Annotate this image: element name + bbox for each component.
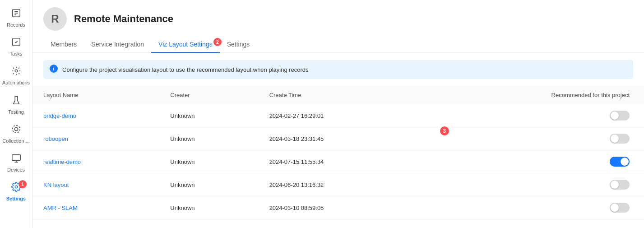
tab-members[interactable]: Members xyxy=(43,36,84,52)
sidebar-item-settings-label: Settings xyxy=(6,196,26,202)
table-row: AMR - SLAMUnknown2024-03-10 08:59:05 xyxy=(32,196,644,219)
tabs-bar: Members Service Integration Viz Layout S… xyxy=(32,36,644,53)
layout-name-link[interactable]: roboopen xyxy=(43,135,68,142)
main-content: R Remote Maintenance Members Service Int… xyxy=(32,0,644,228)
recommended-cell xyxy=(422,173,644,196)
recommended-toggle[interactable] xyxy=(610,180,630,190)
sidebar-item-tasks-label: Tasks xyxy=(9,51,22,57)
collection-icon xyxy=(11,124,21,136)
create-time-cell: 2024-03-10 08:59:05 xyxy=(259,196,422,219)
col-layout-name: Layout Name xyxy=(32,86,159,104)
sidebar-item-automations-label: Automations xyxy=(2,80,30,86)
table-row: bridge-demoUnknown2024-02-27 16:29:01 xyxy=(32,104,644,127)
recommended-cell xyxy=(422,150,644,173)
records-icon xyxy=(11,8,21,20)
svg-point-5 xyxy=(15,70,18,73)
settings-badge: 1 xyxy=(19,180,27,188)
tab-viz-layout-settings[interactable]: Viz Layout Settings 2 xyxy=(151,36,220,52)
sidebar-item-testing[interactable]: Testing xyxy=(0,91,32,120)
layouts-table: Layout Name Creater Create Time Recommen… xyxy=(32,86,644,219)
recommended-toggle[interactable] xyxy=(610,203,630,213)
svg-rect-8 xyxy=(12,155,20,161)
sidebar-item-devices[interactable]: Devices xyxy=(0,149,32,177)
recommended-cell: 3 xyxy=(422,127,644,150)
layout-name-link[interactable]: realtime-demo xyxy=(43,158,81,165)
layout-name-link[interactable]: AMR - SLAM xyxy=(43,205,78,211)
col-recommended: Recommended for this project xyxy=(422,86,644,104)
testing-icon xyxy=(11,95,21,107)
create-time-cell: 2024-03-18 23:31:45 xyxy=(259,127,422,150)
automations-icon xyxy=(11,66,21,78)
sidebar-item-records[interactable]: Records xyxy=(0,4,32,33)
devices-icon xyxy=(11,153,21,165)
tab-viz-layout-label: Viz Layout Settings xyxy=(158,41,213,48)
sidebar: Records Tasks Automations Testing xyxy=(0,0,32,228)
info-banner: i Configure the project visualisation la… xyxy=(43,60,633,79)
project-header: R Remote Maintenance xyxy=(32,0,644,31)
sidebar-item-testing-label: Testing xyxy=(8,109,24,115)
creater-cell: Unknown xyxy=(159,196,258,219)
sidebar-item-collection-label: Collection ... xyxy=(2,138,30,144)
tasks-icon xyxy=(11,37,21,49)
sidebar-item-settings[interactable]: 1 Settings xyxy=(0,177,32,206)
layouts-table-container: Layout Name Creater Create Time Recommen… xyxy=(32,86,644,228)
project-title: Remote Maintenance xyxy=(74,13,173,25)
tab-settings[interactable]: Settings xyxy=(220,36,257,52)
info-banner-text: Configure the project visualisation layo… xyxy=(62,66,309,73)
sidebar-item-records-label: Records xyxy=(7,22,25,28)
sidebar-item-devices-label: Devices xyxy=(7,167,25,173)
creater-cell: Unknown xyxy=(159,150,258,173)
toggle-badge: 3 xyxy=(440,126,449,135)
project-avatar: R xyxy=(43,7,67,31)
creater-cell: Unknown xyxy=(159,173,258,196)
creater-cell: Unknown xyxy=(159,104,258,127)
table-header-row: Layout Name Creater Create Time Recommen… xyxy=(32,86,644,104)
svg-point-11 xyxy=(15,186,18,188)
table-row: KN layoutUnknown2024-06-20 13:16:32 xyxy=(32,173,644,196)
col-create-time: Create Time xyxy=(259,86,422,104)
create-time-cell: 2024-07-15 11:55:34 xyxy=(259,150,422,173)
sidebar-item-collection[interactable]: Collection ... xyxy=(0,120,32,149)
recommended-cell xyxy=(422,196,644,219)
recommended-cell xyxy=(422,104,644,127)
table-row: roboopenUnknown2024-03-18 23:31:453 xyxy=(32,127,644,150)
layout-name-link[interactable]: bridge-demo xyxy=(43,112,76,119)
tab-service-integration[interactable]: Service Integration xyxy=(84,36,151,52)
sidebar-item-automations[interactable]: Automations xyxy=(0,61,32,90)
layout-name-link[interactable]: KN layout xyxy=(43,181,69,188)
recommended-toggle[interactable] xyxy=(610,157,630,167)
svg-point-7 xyxy=(12,126,20,133)
svg-text:i: i xyxy=(53,66,55,71)
col-creater: Creater xyxy=(159,86,258,104)
sidebar-item-tasks[interactable]: Tasks xyxy=(0,33,32,61)
recommended-toggle[interactable] xyxy=(610,134,630,144)
recommended-toggle[interactable] xyxy=(610,111,630,121)
svg-point-6 xyxy=(14,127,18,130)
creater-cell: Unknown xyxy=(159,127,258,150)
create-time-cell: 2024-06-20 13:16:32 xyxy=(259,173,422,196)
create-time-cell: 2024-02-27 16:29:01 xyxy=(259,104,422,127)
info-icon: i xyxy=(50,65,58,74)
table-row: realtime-demoUnknown2024-07-15 11:55:34 xyxy=(32,150,644,173)
